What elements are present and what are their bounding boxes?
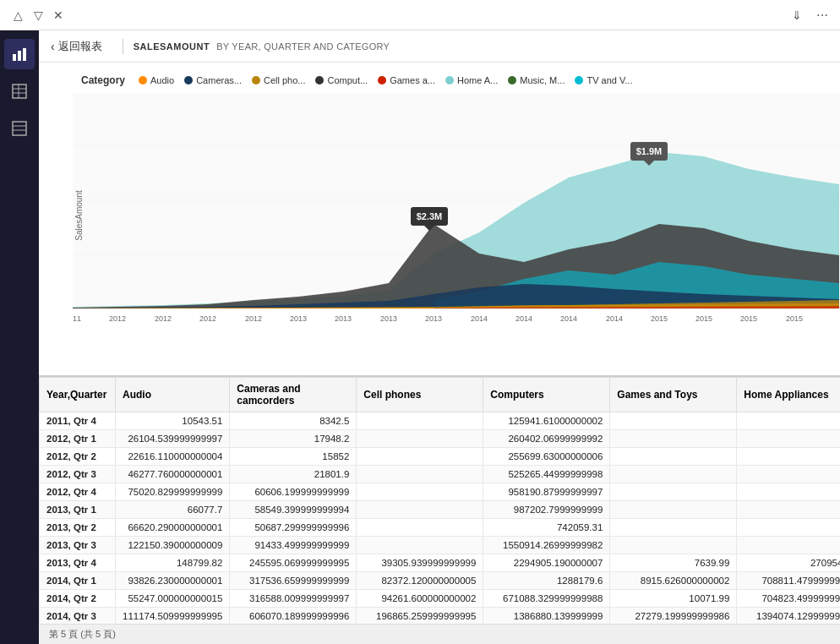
- legend-items: AudioCameras...Cell pho...Comput...Games…: [139, 75, 632, 85]
- table-cell: 111174.509999999995: [116, 608, 230, 625]
- table-cell: 66077.7: [116, 501, 230, 519]
- table-cell: 55247.000000000015: [116, 590, 230, 608]
- table-cell: 94261.600000000002: [357, 590, 483, 608]
- table-cell: 21801.9: [230, 466, 357, 483]
- legend-item[interactable]: Audio: [139, 75, 174, 85]
- table-cell: 8342.5: [230, 412, 357, 430]
- table-cell: 2013, Qtr 3: [40, 537, 116, 554]
- y-axis-label: SalesAmount: [74, 190, 84, 240]
- table-cell: [737, 430, 840, 448]
- table-cell: 75020.829999999999: [116, 483, 230, 501]
- main-content: ‹ 返回報表 SALESAMOUNT BY YEAR, QUARTER AND …: [39, 30, 840, 644]
- table-cell: 987202.7999999999: [483, 501, 610, 519]
- nav-subtitle: BY YEAR, QUARTER AND CATEGORY: [216, 41, 390, 52]
- table-row: 2014, Qtr 255247.000000000015316588.0099…: [40, 590, 841, 608]
- legend-dot: [575, 76, 583, 85]
- legend-item[interactable]: Games a...: [378, 75, 435, 85]
- svg-text:2011: 2011: [73, 314, 81, 321]
- table-cell: 958190.87999999997: [483, 483, 610, 501]
- table-cell: 2011, Qtr 4: [40, 412, 116, 430]
- legend-item[interactable]: Cameras...: [184, 75, 242, 85]
- table-cell: 17948.2: [230, 430, 357, 448]
- legend-dot: [139, 76, 147, 85]
- area-chart: 2011 Qtr 4 2012 Qtr 1 2012 Qtr 2 2012 Qt…: [73, 93, 840, 321]
- table-cell: 91433.499999999999: [230, 537, 357, 554]
- back-label: 返回報表: [58, 39, 102, 54]
- nav-bar: ‹ 返回報表 SALESAMOUNT BY YEAR, QUARTER AND …: [39, 30, 840, 63]
- table-cell: 2013, Qtr 1: [40, 501, 116, 519]
- chart-area: Category AudioCameras...Cell pho...Compu…: [39, 63, 840, 375]
- chart-legend: Category AudioCameras...Cell pho...Compu…: [47, 71, 823, 93]
- table-cell: [737, 466, 840, 483]
- legend-item[interactable]: Comput...: [315, 75, 368, 85]
- svg-text:2012: 2012: [245, 314, 262, 321]
- table-cell: [610, 519, 737, 537]
- table-cell: 671088.329999999988: [483, 590, 610, 608]
- table-cell: 2012, Qtr 4: [40, 483, 116, 501]
- legend-label: Cell pho...: [264, 75, 306, 85]
- svg-text:$2.3M: $2.3M: [417, 211, 443, 221]
- header-cameras: Cameras andcamcorders: [230, 378, 357, 412]
- download-icon[interactable]: ⇓: [789, 8, 805, 23]
- legend-dot: [378, 76, 386, 85]
- sidebar-barchart-icon[interactable]: [4, 39, 35, 69]
- table-cell: 270954.36: [737, 554, 840, 572]
- more-options-icon[interactable]: ⋯: [815, 8, 830, 23]
- chart-svg-container: SalesAmount: [73, 93, 823, 338]
- svg-text:2013: 2013: [380, 314, 397, 321]
- legend-label: Games a...: [390, 75, 435, 85]
- back-button[interactable]: ‹ 返回報表: [51, 39, 112, 54]
- header-cell-phones: Cell phones: [357, 378, 483, 412]
- table-cell: 82372.120000000005: [357, 572, 483, 590]
- table-cell: [737, 448, 840, 466]
- back-nav-icon[interactable]: △: [10, 8, 25, 23]
- legend-dot: [252, 76, 260, 85]
- table-cell: 1550914.26999999982: [483, 537, 610, 554]
- sidebar-filter-icon[interactable]: [4, 113, 35, 144]
- legend-item[interactable]: Home A...: [445, 75, 498, 85]
- table-cell: 66620.290000000001: [116, 519, 230, 537]
- svg-rect-3: [13, 85, 26, 98]
- legend-title: Category: [81, 74, 125, 86]
- legend-item[interactable]: Music, M...: [508, 75, 565, 85]
- legend-item[interactable]: Cell pho...: [252, 75, 306, 85]
- legend-dot: [508, 76, 516, 85]
- forward-nav-icon[interactable]: ▽: [30, 8, 46, 23]
- table-cell: 148799.82: [116, 554, 230, 572]
- table-cell: 27279.199999999986: [610, 608, 737, 625]
- sidebar-table-icon[interactable]: [4, 76, 35, 106]
- table-area[interactable]: Year,Quarter Audio Cameras andcamcorders…: [39, 375, 840, 644]
- header-computers: Computers: [483, 378, 610, 412]
- table-cell: 1394074.12999999922: [737, 608, 840, 625]
- svg-text:$1.9M: $1.9M: [636, 146, 663, 156]
- legend-label: Audio: [150, 75, 174, 85]
- legend-item[interactable]: TV and V...: [575, 75, 632, 85]
- table-cell: 316588.009999999997: [230, 590, 357, 608]
- table-cell: 2014, Qtr 1: [40, 572, 116, 590]
- table-row: 2012, Qtr 222616.11000000000415852255699…: [40, 448, 841, 466]
- table-cell: 2014, Qtr 2: [40, 590, 116, 608]
- chevron-left-icon: ‹: [51, 40, 55, 53]
- top-bar-actions: ⇓ ⋯: [789, 8, 830, 23]
- table-cell: 60606.199999999999: [230, 483, 357, 501]
- table-cell: [357, 430, 483, 448]
- svg-text:2015: 2015: [740, 314, 757, 321]
- table-cell: [610, 537, 737, 554]
- table-cell: [610, 412, 737, 430]
- table-cell: [610, 466, 737, 483]
- table-row: 2013, Qtr 3122150.3900000000991433.49999…: [40, 537, 841, 554]
- table-cell: [357, 412, 483, 430]
- svg-text:2014: 2014: [515, 314, 532, 321]
- table-cell: 260402.06999999992: [483, 430, 610, 448]
- table-cell: 2012, Qtr 2: [40, 448, 116, 466]
- table-cell: 317536.659999999999: [230, 572, 357, 590]
- table-cell: 525265.44999999998: [483, 466, 610, 483]
- svg-text:2012: 2012: [199, 314, 216, 321]
- table-cell: [737, 501, 840, 519]
- table-row: 2014, Qtr 193826.230000000001317536.6599…: [40, 572, 841, 590]
- table-row: 2011, Qtr 410543.518342.5125941.61000000…: [40, 412, 841, 430]
- close-icon[interactable]: ✕: [51, 8, 66, 23]
- legend-label: Home A...: [457, 75, 498, 85]
- footer: 第 5 頁 (共 5 頁): [39, 624, 840, 644]
- table-cell: 93826.230000000001: [116, 572, 230, 590]
